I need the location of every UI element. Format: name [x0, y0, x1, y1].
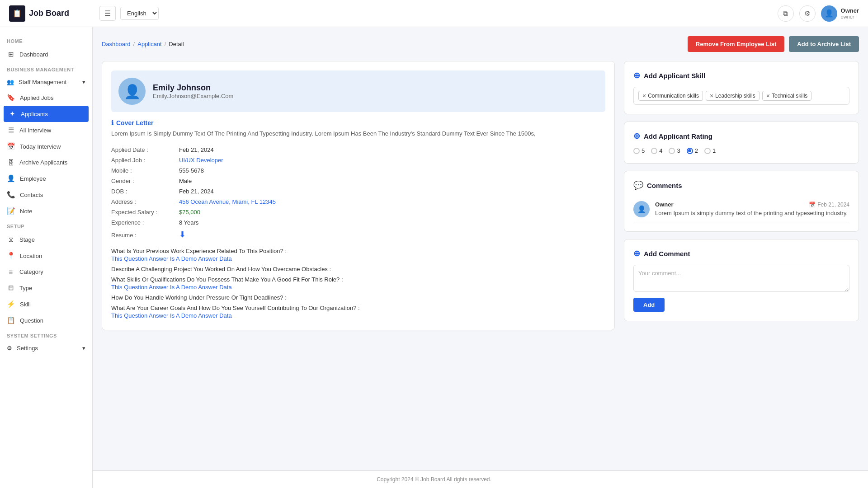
sidebar-item-employee[interactable]: 👤 Employee	[0, 170, 92, 187]
rating-option-5[interactable]: 5	[633, 147, 645, 154]
skill-tag-technical: × Technical skills	[762, 91, 812, 101]
comments-card: 💬 Comments 👤 Owner 📅 Feb 21, 2024	[624, 171, 859, 232]
skill-remove-leadership[interactable]: ×	[710, 93, 713, 99]
qa-item-1: What Is Your Previous Work Experience Re…	[111, 248, 605, 262]
applied-date-value: Feb 21, 2024	[179, 146, 214, 153]
rating-radio-3[interactable]	[669, 148, 675, 154]
dob-row: DOB : Feb 21, 2024	[111, 186, 605, 197]
sidebar-label-staff: Staff Management	[19, 79, 66, 85]
rating-radio-1[interactable]	[704, 148, 711, 154]
breadcrumb: Dashboard / Applicant / Detail	[102, 41, 184, 47]
qa-question-1: What Is Your Previous Work Experience Re…	[111, 248, 605, 254]
rating-title: ⊕ Add Applicant Rating	[633, 131, 849, 141]
skills-input[interactable]: × Communication skills × Leadership skil…	[633, 87, 849, 105]
gender-label: Gender :	[111, 178, 179, 184]
salary-value: $75,000	[179, 209, 200, 216]
breadcrumb-sep-1: /	[133, 41, 135, 47]
sidebar-item-applicants[interactable]: ✦ Applicants	[4, 106, 89, 122]
rating-radio-2[interactable]	[687, 148, 693, 154]
sidebar-item-today-interview[interactable]: 📅 Today Interview	[0, 138, 92, 155]
sidebar-section-system: System Settings	[0, 328, 92, 341]
skills-plus-icon: ⊕	[633, 70, 640, 80]
copy-button[interactable]: ⧉	[778, 5, 794, 22]
sidebar-item-archive-applicants[interactable]: 🗄 Archive Applicants	[0, 155, 92, 170]
page-header: Dashboard / Applicant / Detail Remove Fr…	[102, 36, 859, 52]
logo-icon: 📋	[9, 5, 25, 22]
skill-label-technical: Technical skills	[772, 93, 807, 99]
qa-section: What Is Your Previous Work Experience Re…	[111, 248, 605, 319]
sidebar-label-skill: Skill	[20, 301, 31, 308]
archive-icon: 🗄	[7, 159, 15, 166]
sidebar-item-type[interactable]: ⊟ Type	[0, 280, 92, 296]
sidebar-item-settings[interactable]: ⚙ Settings ▾	[0, 341, 92, 356]
sidebar-label-stage: Stage	[19, 236, 35, 243]
category-icon: ≡	[7, 268, 15, 276]
location-icon: 📍	[7, 252, 15, 260]
employee-icon: 👤	[7, 174, 15, 183]
applicant-email: Emily.Johnson@Example.Com	[153, 93, 233, 99]
sidebar-item-location[interactable]: 📍 Location	[0, 248, 92, 264]
comment-textarea[interactable]	[633, 265, 849, 292]
sidebar-label-settings: Settings	[17, 345, 38, 352]
logo: 📋 Job Board	[9, 5, 99, 22]
sidebar-item-category[interactable]: ≡ Category	[0, 264, 92, 280]
skill-icon: ⚡	[7, 300, 15, 308]
skill-remove-technical[interactable]: ×	[766, 93, 770, 99]
action-buttons: Remove From Employee List Add to Archive…	[688, 36, 859, 52]
rating-option-1[interactable]: 1	[704, 147, 716, 154]
rating-option-4[interactable]: 4	[651, 147, 662, 154]
sidebar-item-dashboard[interactable]: ⊞ Dashboard	[0, 46, 92, 62]
rating-option-3[interactable]: 3	[669, 147, 680, 154]
settings-icon: ⚙	[804, 9, 810, 18]
sidebar-label-archive: Archive Applicants	[19, 159, 67, 166]
sidebar-item-question[interactable]: 📋 Question	[0, 312, 92, 328]
comment-item: 👤 Owner 📅 Feb 21, 2024 Lorem Ipsum is si…	[633, 197, 849, 222]
remove-from-employee-button[interactable]: Remove From Employee List	[688, 36, 784, 52]
resume-download-icon[interactable]: ⬇	[179, 230, 186, 239]
address-label: Address :	[111, 198, 179, 205]
rating-radio-4[interactable]	[651, 148, 657, 154]
sidebar-item-staff-management[interactable]: 👥 Staff Management ▾	[0, 75, 92, 89]
note-icon: 📝	[7, 207, 15, 215]
rating-option-2[interactable]: 2	[687, 147, 698, 154]
sidebar-section-setup: Setup	[0, 219, 92, 231]
hamburger-button[interactable]: ☰	[99, 6, 116, 21]
settings-sidebar-icon: ⚙	[7, 345, 12, 352]
resume-label: Resume :	[111, 232, 179, 239]
sidebar-label-location: Location	[20, 253, 42, 259]
sidebar-item-all-interview[interactable]: ☰ All Interview	[0, 122, 92, 138]
footer-text: Copyright 2024 © Job Board All rights re…	[377, 476, 491, 483]
sidebar-label-category: Category	[19, 268, 43, 275]
skill-label-communication: Communication skills	[648, 93, 699, 99]
chevron-down-icon: ▾	[82, 79, 85, 85]
dashboard-icon: ⊞	[7, 50, 15, 58]
top-nav: 📋 Job Board ☰ English ⧉ ⚙ 👤 Owner owner	[0, 0, 868, 27]
breadcrumb-dashboard[interactable]: Dashboard	[102, 41, 131, 47]
staff-left: 👥 Staff Management	[7, 79, 66, 85]
add-comment-button[interactable]: Add	[633, 298, 665, 312]
sidebar-item-contacts[interactable]: 📞 Contacts	[0, 187, 92, 203]
info-icon: ℹ	[111, 119, 113, 127]
user-role: owner	[841, 14, 859, 19]
applicant-header: 👤 Emily Johnson Emily.Johnson@Example.Co…	[111, 70, 605, 112]
sidebar-item-stage[interactable]: ⧖ Stage	[0, 231, 92, 248]
settings-button[interactable]: ⚙	[799, 5, 816, 22]
cover-letter-title: ℹ Cover Letter	[111, 119, 605, 127]
skill-remove-communication[interactable]: ×	[642, 93, 646, 99]
gender-row: Gender : Male	[111, 176, 605, 186]
comments-title: 💬 Comments	[633, 180, 849, 190]
qa-item-5: What Are Your Career Goals And How Do Yo…	[111, 305, 605, 319]
sidebar-item-applied-jobs[interactable]: 🔖 Applied Jobs	[0, 89, 92, 106]
sidebar-item-skill[interactable]: ⚡ Skill	[0, 296, 92, 312]
language-select[interactable]: English	[120, 7, 159, 20]
nav-right: ⧉ ⚙ 👤 Owner owner	[778, 5, 859, 22]
sidebar-label-all-interview: All Interview	[19, 127, 51, 134]
mobile-row: Mobile : 555-5678	[111, 165, 605, 176]
right-panel: ⊕ Add Applicant Skill × Communication sk…	[624, 61, 859, 321]
sidebar-label-type: Type	[19, 285, 32, 291]
sidebar-item-note[interactable]: 📝 Note	[0, 203, 92, 219]
sidebar-label-employee: Employee	[20, 175, 46, 182]
rating-radio-5[interactable]	[633, 148, 640, 154]
add-to-archive-button[interactable]: Add to Archive List	[789, 36, 859, 52]
breadcrumb-applicant[interactable]: Applicant	[137, 41, 161, 47]
